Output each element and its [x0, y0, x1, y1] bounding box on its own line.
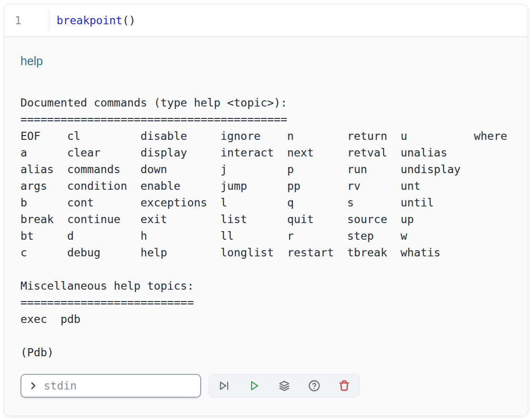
clear-button[interactable] — [337, 379, 351, 393]
layers-icon — [278, 379, 291, 392]
echoed-command: help — [20, 54, 512, 68]
code-runner-panel: 1 breakpoint() help Documented commands … — [4, 4, 528, 416]
code-editor-line[interactable]: 1 breakpoint() — [4, 4, 528, 37]
stdin-field-container[interactable] — [20, 374, 201, 398]
line-number: 1 — [15, 14, 21, 27]
line-number-gutter: 1 — [4, 4, 49, 37]
skip-forward-icon — [218, 379, 231, 392]
code-parens-token: () — [122, 14, 135, 27]
trash-icon — [338, 379, 351, 392]
debug-toolbar — [209, 374, 360, 398]
question-circle-icon — [308, 379, 321, 392]
chevron-right-icon — [28, 380, 39, 391]
stdin-input[interactable] — [44, 380, 194, 392]
play-icon — [248, 379, 261, 392]
console-output-text: Documented commands (type help <topic>):… — [20, 94, 512, 361]
run-button[interactable] — [247, 379, 261, 393]
code-content[interactable]: breakpoint() — [49, 4, 135, 37]
step-button[interactable] — [217, 379, 232, 393]
console-output-area: help Documented commands (type help <top… — [4, 37, 528, 398]
stack-button[interactable] — [277, 379, 291, 393]
code-function-token: breakpoint — [57, 14, 122, 27]
help-button[interactable] — [307, 379, 321, 393]
io-row — [20, 374, 512, 398]
